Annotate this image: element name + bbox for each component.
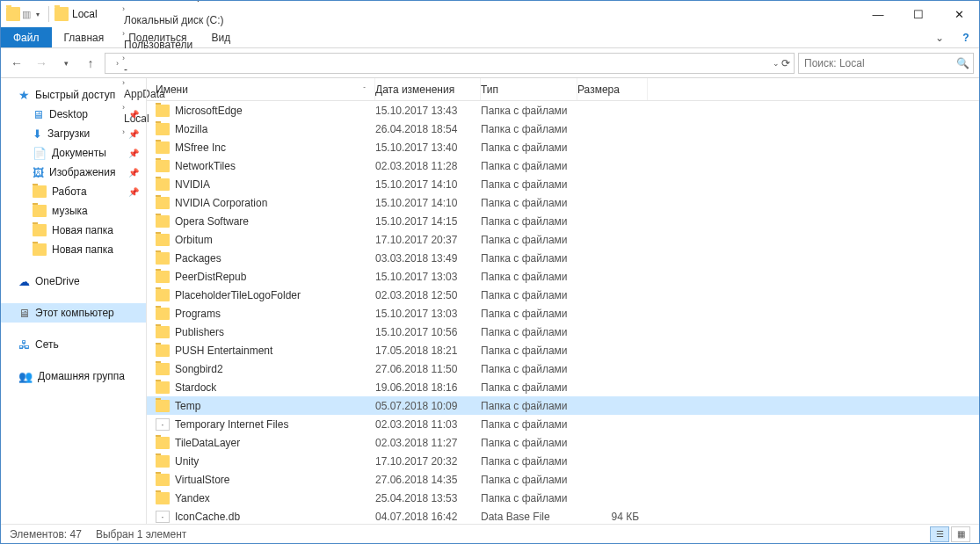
pc-icon: 🖥: [18, 307, 30, 320]
app-folder-icon: [6, 7, 20, 21]
sidebar-quick-access[interactable]: ★ Быстрый доступ: [1, 85, 146, 105]
search-box[interactable]: 🔍: [798, 53, 974, 74]
nav-up-button[interactable]: ↑: [80, 53, 101, 74]
file-name: PeerDistRepub: [175, 271, 246, 283]
file-type: Папка с файлами: [481, 455, 577, 468]
table-row[interactable]: TileDataLayer02.03.2018 11:27Папка с фай…: [147, 433, 979, 452]
table-row[interactable]: Packages03.03.2018 13:49Папка с файлами: [147, 249, 979, 267]
table-row[interactable]: PeerDistRepub15.10.2017 13:03Папка с фай…: [147, 267, 979, 286]
file-date: 02.03.2018 11:28: [375, 160, 481, 172]
table-row[interactable]: MSfree Inc15.10.2017 13:40Папка с файлам…: [147, 138, 979, 156]
address-bar[interactable]: › Этот компьютер›Локальный диск (C:)›Пол…: [105, 53, 795, 74]
table-row[interactable]: Orbitum17.10.2017 20:37Папка с файлами: [147, 230, 979, 249]
table-row[interactable]: PlaceholderTileLogoFolder02.03.2018 12:5…: [147, 286, 979, 304]
folder-icon: [156, 271, 170, 283]
table-row[interactable]: NVIDIA Corporation15.10.2017 14:10Папка …: [147, 193, 979, 212]
file-date: 15.10.2017 13:43: [375, 105, 481, 117]
ribbon-toggle-icon[interactable]: ⌄: [926, 27, 953, 47]
refresh-icon[interactable]: ⟳: [781, 57, 790, 69]
crumb-icon[interactable]: [107, 54, 114, 73]
file-date: 02.03.2018 11:27: [375, 437, 481, 449]
folder-icon: [156, 160, 170, 172]
sidebar-item[interactable]: Новая папка: [1, 221, 146, 240]
search-icon[interactable]: 🔍: [952, 57, 973, 69]
folder-icon: [156, 437, 170, 449]
sidebar-item[interactable]: музыка: [1, 201, 146, 221]
qat-dropdown-icon[interactable]: ▾: [36, 11, 40, 18]
view-icons-button[interactable]: ▦: [951, 526, 970, 542]
table-row[interactable]: VirtualStore27.06.2018 14:35Папка с файл…: [147, 470, 979, 489]
view-details-button[interactable]: ☰: [930, 526, 949, 542]
file-type: Папка с файлами: [481, 400, 577, 412]
table-row[interactable]: Mozilla26.04.2018 18:54Папка с файлами: [147, 120, 979, 138]
col-date-header[interactable]: Дата изменения: [375, 78, 481, 100]
tab-home[interactable]: Главная: [52, 27, 117, 47]
file-date: 17.05.2018 18:21: [375, 345, 481, 357]
table-row[interactable]: Stardock19.06.2018 18:16Папка с файлами: [147, 378, 979, 396]
qat-item-icon[interactable]: ▥: [22, 9, 31, 20]
table-row[interactable]: Opera Software15.10.2017 14:15Папка с фа…: [147, 212, 979, 230]
sidebar-network[interactable]: 🖧 Сеть: [1, 335, 146, 354]
table-row[interactable]: PUSH Entertainment17.05.2018 18:21Папка …: [147, 341, 979, 359]
help-icon[interactable]: ?: [953, 27, 979, 47]
chevron-right-icon[interactable]: ›: [120, 29, 127, 38]
file-type: Папка с файлами: [481, 160, 577, 172]
table-row[interactable]: Songbird227.06.2018 11:50Папка с файлами: [147, 359, 979, 378]
addr-dropdown-icon[interactable]: ⌄: [773, 59, 780, 68]
folder-icon: [33, 243, 47, 256]
file-name: VirtualStore: [175, 474, 229, 486]
table-row[interactable]: ·Temporary Internet Files02.03.2018 11:0…: [147, 415, 979, 433]
folder-icon: [156, 400, 170, 412]
nav-recent-button[interactable]: ▾: [55, 53, 76, 74]
sidebar-item[interactable]: ⬇Загрузки📌: [1, 124, 146, 143]
sidebar-item[interactable]: 🖥Desktop📌: [1, 105, 146, 124]
table-row[interactable]: ·IconCache.db04.07.2018 16:42Data Base F…: [147, 507, 979, 524]
table-row[interactable]: NetworkTiles02.03.2018 11:28Папка с файл…: [147, 156, 979, 175]
file-type: Папка с файлами: [481, 474, 577, 486]
breadcrumb-item[interactable]: Этот компьютер: [120, 0, 228, 2]
sidebar-this-pc[interactable]: 🖥 Этот компьютер: [1, 303, 146, 323]
table-row[interactable]: Programs15.10.2017 13:03Папка с файлами: [147, 304, 979, 323]
pin-icon: 📌: [128, 168, 139, 178]
sidebar-item[interactable]: 🖼Изображения📌: [1, 163, 146, 182]
desktop-icon: 🖥: [33, 108, 44, 121]
sidebar-item-label: Загрузки: [47, 127, 90, 140]
file-name: Orbitum: [175, 234, 213, 246]
file-icon: ·: [156, 418, 170, 431]
breadcrumb-item[interactable]: Пользователи: [120, 39, 228, 51]
table-row[interactable]: Unity17.10.2017 20:32Папка с файлами: [147, 452, 979, 470]
sidebar-item[interactable]: Новая папка: [1, 240, 146, 259]
sidebar-label: Домашняя группа: [38, 370, 125, 382]
folder-icon: [156, 289, 170, 301]
table-row[interactable]: Temp05.07.2018 10:09Папка с файлами: [147, 396, 979, 415]
search-input[interactable]: [799, 57, 952, 69]
chevron-right-icon[interactable]: ›: [120, 4, 127, 13]
table-row[interactable]: Yandex25.04.2018 13:53Папка с файлами: [147, 489, 979, 507]
file-date: 26.04.2018 18:54: [375, 123, 481, 135]
col-size-header[interactable]: Размера: [577, 78, 648, 100]
table-row[interactable]: MicrosoftEdge15.10.2017 13:43Папка с фай…: [147, 101, 979, 120]
sidebar-onedrive[interactable]: ☁ OneDrive: [1, 272, 146, 291]
close-button[interactable]: ✕: [939, 1, 979, 27]
file-date: 15.10.2017 14:15: [375, 215, 481, 228]
maximize-button[interactable]: ☐: [898, 1, 939, 27]
table-row[interactable]: Publishers15.10.2017 10:56Папка с файлам…: [147, 323, 979, 341]
breadcrumb-item[interactable]: Локальный диск (C:): [120, 14, 228, 26]
file-type: Папка с файлами: [481, 289, 577, 301]
breadcrumb-item[interactable]: -: [120, 63, 228, 76]
col-name-header[interactable]: Имени ˆ: [147, 78, 375, 100]
folder-icon: [33, 185, 47, 198]
minimize-button[interactable]: —: [858, 1, 898, 27]
sidebar-item[interactable]: Работа📌: [1, 182, 146, 201]
sidebar-homegroup[interactable]: 👥 Домашняя группа: [1, 366, 146, 386]
sidebar-item-label: Desktop: [49, 108, 88, 120]
file-date: 17.10.2017 20:32: [375, 455, 481, 468]
nav-forward-button[interactable]: →: [31, 53, 52, 74]
sidebar-item[interactable]: 📄Документы📌: [1, 143, 146, 163]
table-row[interactable]: NVIDIA15.10.2017 14:10Папка с файлами: [147, 175, 979, 193]
tab-file[interactable]: Файл: [1, 27, 52, 47]
chevron-right-icon[interactable]: ›: [120, 54, 127, 62]
nav-back-button[interactable]: ←: [6, 53, 27, 74]
col-type-header[interactable]: Тип: [481, 78, 577, 100]
chevron-right-icon[interactable]: ›: [114, 59, 120, 68]
